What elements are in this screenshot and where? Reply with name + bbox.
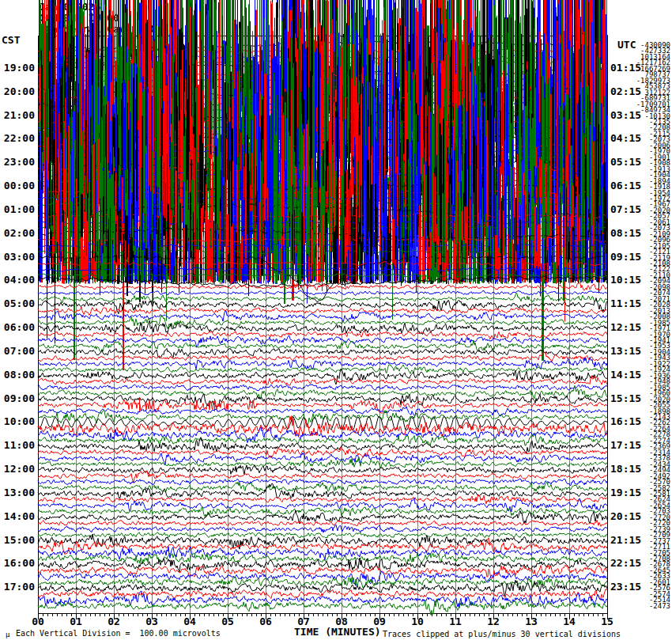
cst-hour-label: 13:00: [0, 487, 35, 498]
cst-hour-label: 15:00: [0, 535, 35, 546]
cst-hour-label: 01:00: [0, 204, 35, 215]
cst-hour-label: 07:00: [0, 346, 35, 357]
cst-hour-label: 09:00: [0, 393, 35, 404]
cst-hour-label: 12:00: [0, 464, 35, 475]
x-tick-label: 11: [444, 616, 467, 627]
cst-hour-label: 05:00: [0, 298, 35, 309]
x-tick-label: 00: [26, 616, 50, 627]
x-axis-title: TIME (MINUTES): [294, 627, 381, 638]
x-tick-label: 01: [64, 616, 88, 627]
trace-offset-value: -2473: [631, 603, 670, 609]
x-tick-label: 10: [406, 616, 429, 627]
webicorder-page: { "header": { "date": "Jan10,2026", "sta…: [0, 0, 672, 644]
cst-hour-label: 10:00: [0, 416, 35, 427]
cst-hour-label: 11:00: [0, 440, 35, 451]
cst-hour-label: 22:00: [0, 133, 35, 144]
x-tick-label: 13: [519, 616, 543, 627]
cst-hour-label: 21:00: [0, 110, 35, 121]
header-date: Jan10,2026: [39, 2, 100, 13]
header-station: CCM BHZ IU 00: [39, 13, 119, 24]
microvolt-symbol: µ: [6, 631, 9, 638]
left-timezone-label: CST: [2, 35, 20, 46]
cst-hour-label: 02:00: [0, 228, 35, 239]
scale-note: Each Vertical Division = 100.00 microvol…: [16, 629, 221, 638]
cst-hour-label: 17:00: [0, 581, 35, 593]
header-location: (Cathedral Cave, MO): [39, 24, 163, 35]
cst-hour-label: 16:00: [0, 558, 35, 569]
cst-hour-label: 03:00: [0, 252, 35, 263]
cst-hour-label: 08:00: [0, 369, 35, 381]
seismogram-canvas: [0, 0, 672, 644]
x-tick-label: 05: [216, 616, 240, 627]
cst-hour-label: 14:00: [0, 511, 35, 522]
x-tick-label: 15: [595, 616, 619, 627]
x-tick-label: 03: [140, 616, 164, 627]
x-tick-label: 12: [481, 616, 505, 627]
cst-hour-label: 20:00: [0, 86, 35, 97]
cst-hour-label: 06:00: [0, 322, 35, 333]
x-tick-label: 14: [557, 616, 581, 627]
helicorder-display: Jan10,2026 CCM BHZ IU 00 (Cathedral Cave…: [0, 0, 672, 644]
cst-hour-label: 19:00: [0, 63, 35, 74]
cst-hour-label: 04:00: [0, 275, 35, 286]
x-tick-label: 04: [178, 616, 202, 627]
cst-hour-label: 00:00: [0, 180, 35, 191]
clip-note: Traces clipped at plus/minus 30 vertical…: [383, 630, 621, 638]
cst-hour-label: 23:00: [0, 157, 35, 168]
x-tick-label: 02: [102, 616, 126, 627]
x-tick-label: 06: [254, 616, 277, 627]
